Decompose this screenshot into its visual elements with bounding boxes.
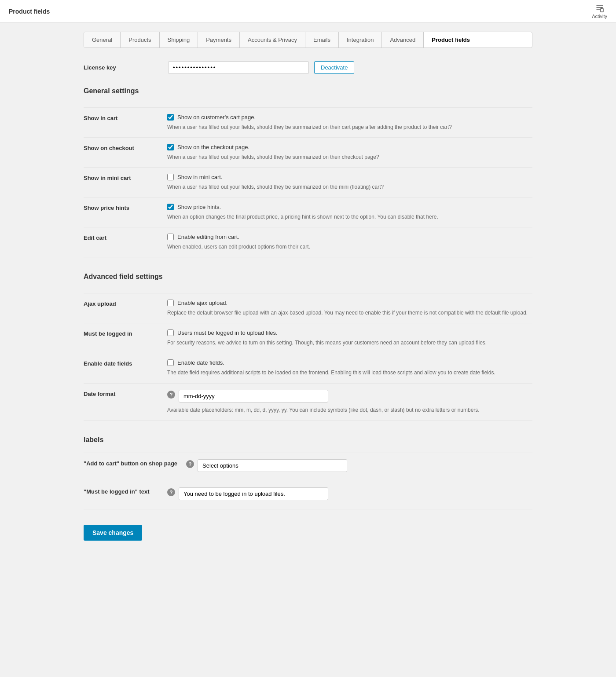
help-icon-must-be-logged-in-text[interactable]: ? xyxy=(167,488,175,496)
activity-button[interactable]: Activity xyxy=(592,4,607,19)
checkbox-text-must-be-logged-in: Users must be logged in to upload files. xyxy=(177,329,278,336)
labels-rows: "Add to cart" button on shop page ? "Mus… xyxy=(84,453,532,509)
date-format-description: Available date placeholders: mm, m, dd, … xyxy=(167,406,532,414)
labels-input-add-to-cart-btn[interactable] xyxy=(198,459,347,472)
labels-row-add-to-cart-btn: "Add to cart" button on shop page ? xyxy=(84,453,532,481)
control-must-be-logged-in: Users must be logged in to upload files.… xyxy=(167,329,532,347)
date-format-label: Date format xyxy=(84,390,167,397)
checkbox-show-on-checkout[interactable] xyxy=(167,144,174,150)
save-button[interactable]: Save changes xyxy=(84,525,142,541)
checkbox-label-must-be-logged-in[interactable]: Users must be logged in to upload files. xyxy=(167,329,532,336)
checkbox-enable-date-fields[interactable] xyxy=(167,359,174,366)
general-settings-section: General settings Show in cart Show on cu… xyxy=(84,87,532,257)
tab-shipping[interactable]: Shipping xyxy=(160,32,198,48)
setting-row-ajax-upload: Ajax upload Enable ajax upload. Replace … xyxy=(84,293,532,323)
description-show-price-hints: When an option changes the final product… xyxy=(167,213,532,221)
setting-row-show-in-cart: Show in cart Show on customer's cart pag… xyxy=(84,107,532,137)
help-icon-add-to-cart-btn[interactable]: ? xyxy=(186,460,194,468)
control-edit-cart: Enable editing from cart. When enabled, … xyxy=(167,234,532,251)
setting-row-show-price-hints: Show price hints Show price hints. When … xyxy=(84,197,532,227)
label-must-be-logged-in: Must be logged in xyxy=(84,329,167,337)
label-show-on-checkout: Show on checkout xyxy=(84,144,167,151)
label-enable-date-fields: Enable date fields xyxy=(84,359,167,367)
description-edit-cart: When enabled, users can edit product opt… xyxy=(167,243,532,251)
tab-emails[interactable]: Emails xyxy=(305,32,339,48)
checkbox-label-edit-cart[interactable]: Enable editing from cart. xyxy=(167,234,532,240)
checkbox-edit-cart[interactable] xyxy=(167,234,174,240)
license-key-input[interactable] xyxy=(168,61,309,74)
advanced-settings-rows: Ajax upload Enable ajax upload. Replace … xyxy=(84,293,532,383)
deactivate-button[interactable]: Deactivate xyxy=(314,61,354,74)
description-show-on-checkout: When a user has filled out your fields, … xyxy=(167,153,532,161)
tab-payments[interactable]: Payments xyxy=(198,32,240,48)
setting-row-show-in-mini-cart: Show in mini cart Show in mini cart. Whe… xyxy=(84,167,532,197)
checkbox-ajax-upload[interactable] xyxy=(167,300,174,306)
setting-row-must-be-logged-in: Must be logged in Users must be logged i… xyxy=(84,323,532,353)
description-enable-date-fields: The date field requires additional scrip… xyxy=(167,369,532,377)
checkbox-label-show-on-checkout[interactable]: Show on the checkout page. xyxy=(167,144,532,150)
control-show-on-checkout: Show on the checkout page. When a user h… xyxy=(167,144,532,161)
label-show-in-cart: Show in cart xyxy=(84,114,167,121)
checkbox-label-show-in-cart[interactable]: Show on customer's cart page. xyxy=(167,114,532,121)
tab-products[interactable]: Products xyxy=(121,32,159,48)
page-title: Product fields xyxy=(9,8,50,15)
checkbox-show-in-mini-cart[interactable] xyxy=(167,174,174,180)
tab-integration[interactable]: Integration xyxy=(339,32,382,48)
main-content: GeneralProductsShippingPaymentsAccounts … xyxy=(75,23,541,549)
tab-general[interactable]: General xyxy=(84,32,121,48)
description-must-be-logged-in: For security reasons, we advice to turn … xyxy=(167,339,532,347)
labels-control-add-to-cart-btn: ? xyxy=(186,459,532,475)
general-settings-rows: Show in cart Show on customer's cart pag… xyxy=(84,107,532,257)
labels-label-must-be-logged-in-text: "Must be logged in" text xyxy=(84,487,167,495)
tab-accounts-privacy[interactable]: Accounts & Privacy xyxy=(240,32,305,48)
tab-product-fields[interactable]: Product fields xyxy=(424,32,478,48)
checkbox-text-ajax-upload: Enable ajax upload. xyxy=(177,300,227,306)
date-format-row: Date format ? Available date placeholder… xyxy=(84,383,532,421)
date-format-help-icon[interactable]: ? xyxy=(167,391,175,399)
tabs-container: GeneralProductsShippingPaymentsAccounts … xyxy=(84,32,532,48)
checkbox-must-be-logged-in[interactable] xyxy=(167,329,174,336)
activity-icon xyxy=(595,4,604,13)
labels-heading: labels xyxy=(84,436,532,444)
labels-input-must-be-logged-in-text[interactable] xyxy=(179,487,328,500)
checkbox-label-enable-date-fields[interactable]: Enable date fields. xyxy=(167,359,532,366)
checkbox-show-price-hints[interactable] xyxy=(167,204,174,210)
label-show-in-mini-cart: Show in mini cart xyxy=(84,174,167,181)
label-show-price-hints: Show price hints xyxy=(84,204,167,211)
description-show-in-mini-cart: When a user has filled out your fields, … xyxy=(167,183,532,191)
advanced-settings-heading: Advanced field settings xyxy=(84,273,532,284)
checkbox-label-show-price-hints[interactable]: Show price hints. xyxy=(167,204,532,210)
save-button-container: Save changes xyxy=(84,525,532,541)
checkbox-text-show-in-mini-cart: Show in mini cart. xyxy=(177,174,223,180)
checkbox-label-show-in-mini-cart[interactable]: Show in mini cart. xyxy=(167,174,532,180)
checkbox-text-show-in-cart: Show on customer's cart page. xyxy=(177,114,256,121)
control-show-in-cart: Show on customer's cart page. When a use… xyxy=(167,114,532,131)
control-show-price-hints: Show price hints. When an option changes… xyxy=(167,204,532,221)
label-edit-cart: Edit cart xyxy=(84,234,167,241)
labels-section: labels "Add to cart" button on shop page… xyxy=(84,436,532,509)
labels-control-must-be-logged-in-text: ? xyxy=(167,487,532,503)
svg-rect-0 xyxy=(601,8,603,12)
setting-row-edit-cart: Edit cart Enable editing from cart. When… xyxy=(84,227,532,257)
description-ajax-upload: Replace the default browser file upload … xyxy=(167,309,532,317)
checkbox-show-in-cart[interactable] xyxy=(167,114,174,121)
setting-row-show-on-checkout: Show on checkout Show on the checkout pa… xyxy=(84,137,532,167)
labels-row-must-be-logged-in-text: "Must be logged in" text ? xyxy=(84,481,532,509)
general-settings-heading: General settings xyxy=(84,87,532,99)
license-key-label: License key xyxy=(84,64,163,71)
license-key-row: License key Deactivate xyxy=(84,61,532,74)
setting-row-enable-date-fields: Enable date fields Enable date fields. T… xyxy=(84,353,532,383)
control-show-in-mini-cart: Show in mini cart. When a user has fille… xyxy=(167,174,532,191)
activity-label: Activity xyxy=(592,14,607,19)
control-enable-date-fields: Enable date fields. The date field requi… xyxy=(167,359,532,377)
checkbox-text-show-price-hints: Show price hints. xyxy=(177,204,221,210)
checkbox-text-edit-cart: Enable editing from cart. xyxy=(177,234,239,240)
checkbox-label-ajax-upload[interactable]: Enable ajax upload. xyxy=(167,300,532,306)
date-format-control: ? Available date placeholders: mm, m, dd… xyxy=(167,390,532,414)
date-format-input[interactable] xyxy=(179,390,328,403)
control-ajax-upload: Enable ajax upload. Replace the default … xyxy=(167,300,532,317)
tab-advanced[interactable]: Advanced xyxy=(382,32,424,48)
checkbox-text-enable-date-fields: Enable date fields. xyxy=(177,359,224,366)
labels-label-add-to-cart-btn: "Add to cart" button on shop page xyxy=(84,459,186,467)
description-show-in-cart: When a user has filled out your fields, … xyxy=(167,123,532,131)
